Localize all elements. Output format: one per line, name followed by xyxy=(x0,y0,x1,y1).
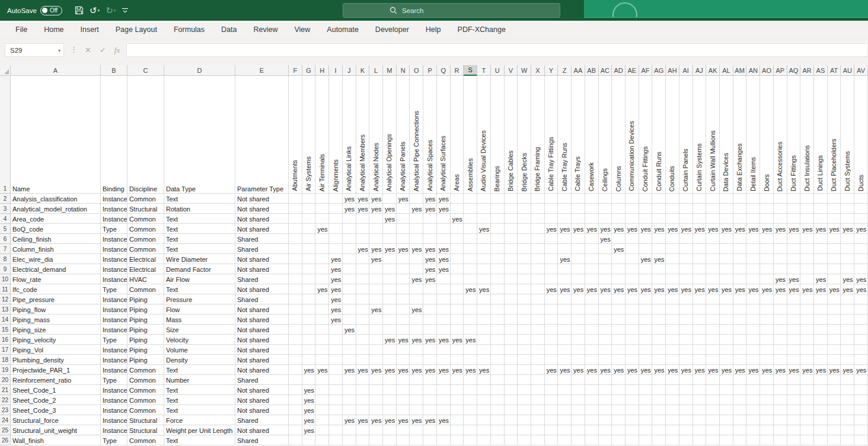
cell-Z20[interactable] xyxy=(558,375,572,385)
cell-J25[interactable] xyxy=(343,425,356,435)
cell-AP7[interactable] xyxy=(774,244,787,254)
cell-AO19[interactable]: yes xyxy=(760,365,774,375)
cell-J19[interactable]: yes xyxy=(343,365,356,375)
tab-home[interactable]: Home xyxy=(36,21,72,39)
cell-W20[interactable] xyxy=(518,375,531,385)
cell-O6[interactable] xyxy=(410,234,423,244)
cell-I2[interactable] xyxy=(329,194,343,204)
cell-X20[interactable] xyxy=(531,375,545,385)
cell-AI16[interactable] xyxy=(679,335,693,345)
cell-AJ19[interactable]: yes xyxy=(693,365,707,375)
cell-AM24[interactable] xyxy=(733,415,747,425)
cell-AT23[interactable] xyxy=(828,405,841,415)
category-header-cell-Z1[interactable]: Cable Tray Runs xyxy=(558,76,572,194)
cell-AJ18[interactable] xyxy=(693,355,707,365)
cell-Q7[interactable]: yes xyxy=(437,244,451,254)
cell-E25[interactable]: Not shared xyxy=(235,425,289,435)
cell-AP26[interactable] xyxy=(774,435,787,445)
cell-AS19[interactable]: yes xyxy=(814,365,828,375)
cell-AB24[interactable] xyxy=(585,415,599,425)
cell-AH18[interactable] xyxy=(666,355,679,365)
cell-AT15[interactable] xyxy=(828,325,841,335)
cell-R26[interactable] xyxy=(451,435,464,445)
column-header-H[interactable]: H xyxy=(315,65,329,76)
cell-X18[interactable] xyxy=(531,355,545,365)
cell-AL19[interactable]: yes xyxy=(720,365,733,375)
cell-L21[interactable] xyxy=(369,385,383,395)
cell-AQ14[interactable] xyxy=(787,315,801,325)
cell-R15[interactable] xyxy=(451,325,464,335)
cell-R7[interactable] xyxy=(451,244,464,254)
cell-AM16[interactable] xyxy=(733,335,747,345)
cell-A25[interactable]: Structural_unit_weight xyxy=(11,425,101,435)
cell-O17[interactable] xyxy=(410,345,423,355)
cell-W3[interactable] xyxy=(518,204,531,214)
cell-E23[interactable]: Not shared xyxy=(235,405,289,415)
cell-AC4[interactable] xyxy=(599,214,612,224)
category-header-cell-AR1[interactable]: Duct Insulations xyxy=(800,76,814,194)
cell-AD5[interactable]: yes xyxy=(612,224,626,234)
cell-AE21[interactable] xyxy=(626,385,639,395)
cell-J8[interactable] xyxy=(343,254,356,264)
cell-Q11[interactable] xyxy=(437,284,451,294)
cell-C13[interactable]: Piping xyxy=(127,304,164,315)
row-header-24[interactable]: 24 xyxy=(0,415,11,425)
cell-AD23[interactable] xyxy=(612,405,626,415)
cell-V3[interactable] xyxy=(505,204,518,214)
cell-N9[interactable] xyxy=(397,264,410,274)
cell-I12[interactable]: yes xyxy=(329,294,343,304)
cell-AC15[interactable] xyxy=(599,325,612,335)
cell-J18[interactable] xyxy=(343,355,356,365)
cell-AQ17[interactable] xyxy=(787,345,801,355)
category-header-cell-AS1[interactable]: Duct Linings xyxy=(814,76,828,194)
cell-D25[interactable]: Weight per Unit Length xyxy=(164,425,235,435)
cell-J16[interactable] xyxy=(343,335,356,345)
cell-AB4[interactable] xyxy=(585,214,599,224)
cell-M16[interactable]: yes xyxy=(383,335,397,345)
cell-O20[interactable] xyxy=(410,375,423,385)
cell-Q23[interactable] xyxy=(437,405,451,415)
cell-S3[interactable] xyxy=(464,204,477,214)
cell-AP22[interactable] xyxy=(774,395,787,405)
row-header-22[interactable]: 22 xyxy=(0,395,11,405)
cell-N23[interactable] xyxy=(397,405,410,415)
cell-AL14[interactable] xyxy=(720,315,733,325)
cell-D23[interactable]: Text xyxy=(164,405,235,415)
cell-M25[interactable] xyxy=(383,425,397,435)
cell-AG25[interactable] xyxy=(652,425,666,435)
cell-AI4[interactable] xyxy=(679,214,693,224)
cell-O21[interactable] xyxy=(410,385,423,395)
cell-AN2[interactable] xyxy=(746,194,760,204)
cell-AU25[interactable] xyxy=(841,425,854,435)
cell-AV17[interactable] xyxy=(854,345,868,355)
cell-L10[interactable] xyxy=(369,274,383,284)
cell-O24[interactable]: yes xyxy=(410,415,423,425)
cell-AT18[interactable] xyxy=(828,355,841,365)
cell-Q6[interactable] xyxy=(437,234,451,244)
cell-AS15[interactable] xyxy=(814,325,828,335)
cell-AA7[interactable] xyxy=(572,244,585,254)
cell-AA10[interactable] xyxy=(572,274,585,284)
cell-AN16[interactable] xyxy=(746,335,760,345)
cell-U6[interactable] xyxy=(491,234,505,244)
cell-F18[interactable] xyxy=(289,355,302,365)
cell-S7[interactable] xyxy=(464,244,477,254)
cell-M19[interactable]: yes xyxy=(383,365,397,375)
category-header-cell-AM1[interactable]: Data Exchanges xyxy=(733,76,747,194)
cell-AL25[interactable] xyxy=(720,425,733,435)
cell-AA21[interactable] xyxy=(572,385,585,395)
cell-AU16[interactable] xyxy=(841,335,854,345)
cell-AJ16[interactable] xyxy=(693,335,707,345)
cell-C23[interactable]: Common xyxy=(127,405,164,415)
cell-I5[interactable] xyxy=(329,224,343,234)
column-header-E[interactable]: E xyxy=(235,65,289,76)
cell-W22[interactable] xyxy=(518,395,531,405)
cell-N21[interactable] xyxy=(397,385,410,395)
cell-S23[interactable] xyxy=(464,405,477,415)
column-header-AG[interactable]: AG xyxy=(652,65,666,76)
cell-AP14[interactable] xyxy=(774,315,787,325)
cell-S24[interactable] xyxy=(464,415,477,425)
cell-M17[interactable] xyxy=(383,345,397,355)
cell-E22[interactable]: Not shared xyxy=(235,395,289,405)
cell-T25[interactable] xyxy=(477,425,491,435)
